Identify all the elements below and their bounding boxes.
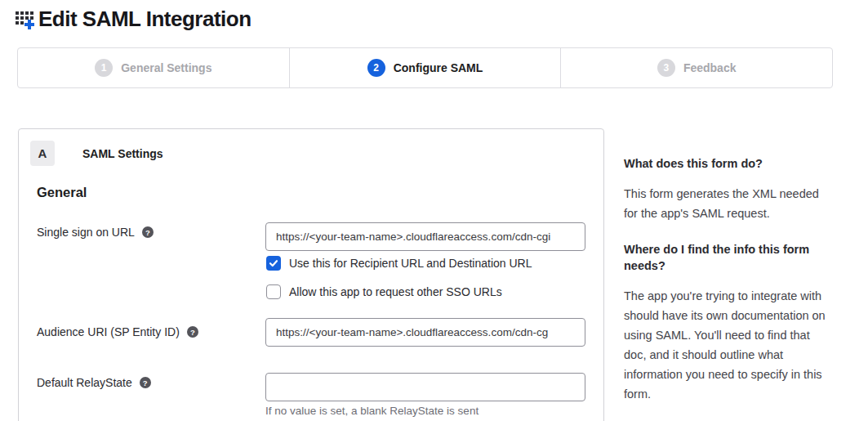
check-icon	[269, 258, 278, 268]
checkbox-label: Allow this app to request other SSO URLs	[289, 285, 502, 298]
group-title-general: General	[37, 185, 87, 200]
wizard-step-feedback[interactable]: 3 Feedback	[560, 48, 832, 87]
relay-state-input[interactable]	[265, 373, 585, 401]
help-body: The app you're trying to integrate with …	[624, 286, 830, 404]
checkbox-label: Use this for Recipient URL and Destinati…	[289, 257, 532, 270]
saml-settings-card: A SAML Settings General Single sign on U…	[18, 128, 604, 421]
relay-state-helper-text: If no value is set, a blank RelayState i…	[265, 405, 479, 417]
other-sso-urls-checkbox[interactable]	[266, 284, 281, 299]
sso-url-input[interactable]	[265, 222, 585, 251]
page-title: Edit SAML Integration	[38, 7, 251, 32]
relay-state-label: Default RelayState ?	[37, 376, 151, 389]
help-panel: What does this form do? This form genera…	[624, 155, 830, 421]
wizard-step-configure-saml[interactable]: 2 Configure SAML	[289, 48, 561, 87]
step-label: Feedback	[683, 61, 737, 74]
audience-uri-input[interactable]	[265, 318, 585, 347]
step-label: Configure SAML	[394, 61, 483, 74]
section-letter-badge: A	[30, 141, 55, 166]
help-icon[interactable]: ?	[142, 226, 154, 238]
step-label: General Settings	[121, 61, 211, 74]
help-heading: What does this form do?	[624, 155, 830, 172]
help-heading: Where do I find the info this form needs…	[624, 241, 830, 274]
section-title: SAML Settings	[82, 147, 163, 160]
other-sso-urls-checkbox-row: Allow this app to request other SSO URLs	[266, 284, 502, 299]
field-label-text: Default RelayState	[37, 376, 132, 389]
sso-url-label: Single sign on URL ?	[37, 226, 154, 239]
step-number-badge: 2	[367, 59, 385, 77]
wizard-steps: 1 General Settings 2 Configure SAML 3 Fe…	[17, 47, 833, 88]
step-number-badge: 1	[95, 59, 113, 77]
recipient-url-checkbox[interactable]	[266, 256, 281, 271]
add-app-grid-icon	[15, 8, 37, 30]
field-label-text: Audience URI (SP Entity ID)	[37, 325, 180, 338]
help-icon[interactable]: ?	[140, 377, 151, 388]
step-number-badge: 3	[657, 59, 675, 77]
recipient-url-checkbox-row: Use this for Recipient URL and Destinati…	[266, 256, 532, 271]
audience-uri-label: Audience URI (SP Entity ID) ?	[37, 325, 198, 338]
page-header: Edit SAML Integration	[15, 7, 251, 32]
wizard-step-general-settings[interactable]: 1 General Settings	[18, 48, 289, 87]
help-body: This form generates the XML needed for t…	[624, 184, 830, 223]
help-icon[interactable]: ?	[187, 326, 198, 338]
field-label-text: Single sign on URL	[37, 226, 135, 239]
